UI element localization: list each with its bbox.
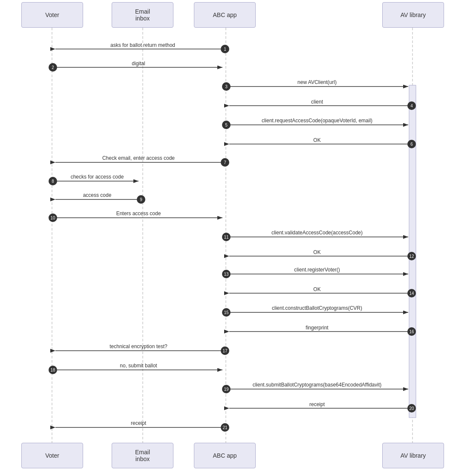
- svg-text:no, submit ballot: no, submit ballot: [120, 363, 157, 369]
- svg-text:12: 12: [409, 254, 414, 259]
- actor-av-top-label: AV library: [401, 12, 426, 18]
- svg-text:access code: access code: [83, 192, 112, 198]
- actor-abc-bottom: ABC app: [194, 443, 256, 468]
- svg-text:client.constructBallotCryptogr: client.constructBallotCryptograms(CVR): [272, 305, 362, 311]
- actor-abc-top-label: ABC app: [213, 12, 236, 18]
- svg-text:OK: OK: [313, 286, 320, 292]
- svg-text:OK: OK: [313, 249, 320, 255]
- svg-text:receipt: receipt: [309, 401, 325, 407]
- svg-text:8: 8: [52, 179, 54, 184]
- svg-text:14: 14: [409, 291, 414, 296]
- svg-text:client.requestAccessCode(opaqu: client.requestAccessCode(opaqueVoterId, …: [262, 118, 372, 124]
- svg-text:Enters access code: Enters access code: [116, 211, 161, 216]
- svg-text:OK: OK: [313, 137, 320, 143]
- sequence-diagram: asks for ballot return method 1 digital …: [0, 0, 473, 476]
- actor-email-bottom-label: Emailinbox: [135, 449, 150, 462]
- svg-text:technical encryption test?: technical encryption test?: [110, 343, 167, 349]
- svg-text:17: 17: [222, 349, 228, 353]
- actor-email-top-label: Emailinbox: [135, 8, 150, 22]
- svg-text:10: 10: [50, 216, 55, 220]
- svg-text:new AVClient(url): new AVClient(url): [297, 79, 337, 85]
- actor-av-bottom: AV library: [382, 443, 444, 468]
- svg-rect-4: [409, 85, 416, 418]
- svg-text:15: 15: [224, 310, 229, 315]
- actor-voter-bottom: Voter: [21, 443, 83, 468]
- svg-text:6: 6: [410, 142, 413, 147]
- svg-text:client.validateAccessCode(acce: client.validateAccessCode(accessCode): [271, 230, 363, 236]
- svg-text:2: 2: [52, 65, 54, 70]
- svg-text:client.submitBallotCryptograms: client.submitBallotCryptograms(base64Enc…: [253, 382, 382, 388]
- svg-text:fingerprint: fingerprint: [306, 325, 329, 331]
- svg-text:4: 4: [410, 104, 413, 108]
- actor-voter-top: Voter: [21, 2, 83, 28]
- actor-email-top: Emailinbox: [112, 2, 173, 28]
- svg-text:20: 20: [409, 406, 414, 411]
- svg-text:checks for access code: checks for access code: [71, 174, 124, 180]
- svg-text:Check email, enter access code: Check email, enter access code: [102, 155, 175, 161]
- svg-text:16: 16: [409, 329, 414, 334]
- actor-abc-top: ABC app: [194, 2, 256, 28]
- svg-text:client.registerVoter(): client.registerVoter(): [294, 267, 340, 273]
- svg-text:13: 13: [224, 272, 229, 277]
- svg-text:19: 19: [224, 387, 229, 392]
- svg-text:18: 18: [50, 368, 55, 372]
- svg-text:3: 3: [225, 84, 228, 89]
- svg-text:7: 7: [224, 160, 226, 165]
- msg-1-label: asks for ballot return method: [110, 42, 175, 48]
- svg-text:digital: digital: [132, 61, 145, 66]
- svg-text:9: 9: [140, 197, 142, 202]
- svg-text:receipt: receipt: [131, 420, 147, 426]
- svg-text:client: client: [311, 99, 323, 105]
- svg-text:1: 1: [224, 47, 226, 52]
- actor-av-bottom-label: AV library: [401, 452, 426, 459]
- actor-abc-bottom-label: ABC app: [213, 452, 236, 459]
- diagram-svg: asks for ballot return method 1 digital …: [0, 0, 473, 476]
- actor-voter-top-label: Voter: [45, 12, 59, 18]
- svg-text:11: 11: [224, 235, 229, 239]
- actor-av-top: AV library: [382, 2, 444, 28]
- svg-text:21: 21: [222, 425, 228, 430]
- actor-email-bottom: Emailinbox: [112, 443, 173, 468]
- actor-voter-bottom-label: Voter: [45, 452, 59, 459]
- svg-text:5: 5: [225, 123, 228, 127]
